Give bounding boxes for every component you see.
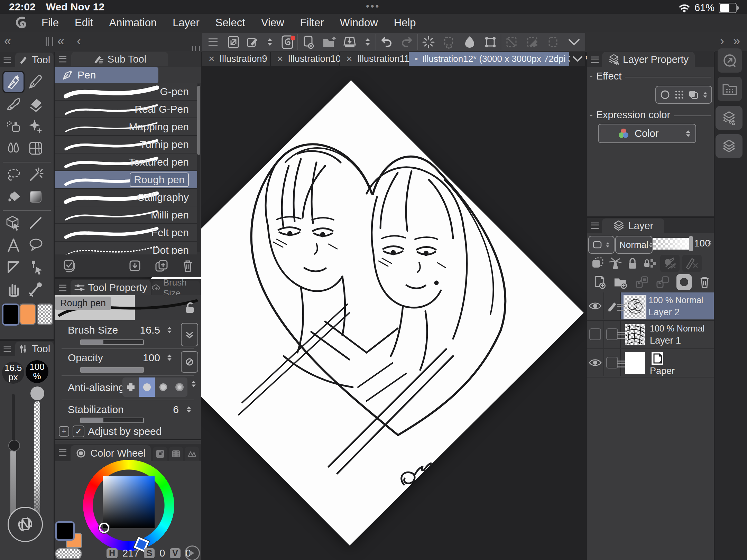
subtool-item-dot-pen[interactable]: Dot pen <box>55 242 197 254</box>
transparent-color-swatch[interactable] <box>37 304 53 325</box>
subtool-item-felt-pen[interactable]: Felt pen <box>55 224 197 242</box>
redo-button[interactable] <box>397 35 417 49</box>
tool-pen[interactable] <box>3 72 24 92</box>
new-folder-icon[interactable] <box>613 275 628 289</box>
tool-gradient[interactable] <box>26 187 46 207</box>
opacity-slider[interactable] <box>80 367 144 373</box>
color-panel-menu[interactable] <box>58 449 67 456</box>
sv-square[interactable] <box>103 476 155 528</box>
tool-object-3d[interactable] <box>3 213 24 233</box>
toolbar-spin-2[interactable] <box>360 38 375 46</box>
menu-layer[interactable]: Layer <box>173 17 200 29</box>
aa-weak-option-selected[interactable] <box>139 377 155 397</box>
stabilization-spinner[interactable] <box>187 407 191 413</box>
duplicate-subtool-icon[interactable] <box>155 259 168 272</box>
layer2-name[interactable]: Layer 2 <box>648 307 680 318</box>
layer-color-effect-icon[interactable] <box>688 90 699 100</box>
clip-studio-logo[interactable] <box>14 15 29 30</box>
tool-airbrush[interactable] <box>3 116 24 136</box>
unlock-icon[interactable] <box>184 301 196 314</box>
tool-selection-lasso[interactable] <box>3 165 24 185</box>
new-layer-icon[interactable] <box>593 275 606 289</box>
tone-effect-icon[interactable] <box>674 90 684 100</box>
expression-color-dropdown[interactable]: Color <box>598 124 696 143</box>
tool-liquify[interactable] <box>26 138 46 158</box>
clip-studio-share-button[interactable] <box>278 35 298 49</box>
tab-list-chevron[interactable] <box>570 52 585 66</box>
menu-help[interactable]: Help <box>394 17 416 29</box>
color-panel-transparent-swatch[interactable] <box>55 548 82 559</box>
expression-color-spinner[interactable] <box>686 130 691 137</box>
subtool-item-turnip-pen[interactable]: Turnip pen <box>55 136 197 153</box>
collapse-tool-panel-button[interactable]: « <box>4 34 11 48</box>
layer1-drag-handle[interactable] <box>617 332 625 339</box>
toolbar-spin-1[interactable] <box>262 38 277 46</box>
pen-pressure-button[interactable] <box>243 36 262 49</box>
multi-select-icon[interactable] <box>62 259 76 273</box>
add-dynamics-button[interactable]: + <box>59 426 69 437</box>
ruler-button-disabled[interactable] <box>682 255 702 272</box>
eye-visible-icon[interactable] <box>589 358 602 367</box>
tool-property-tab[interactable]: Tool Property <box>71 280 151 295</box>
sv-cursor[interactable] <box>99 523 109 533</box>
aa-strong-option[interactable] <box>171 377 187 397</box>
layer1-name[interactable]: Layer 1 <box>650 335 681 346</box>
menu-edit[interactable]: Edit <box>75 17 93 29</box>
tool-decoration[interactable] <box>26 116 46 136</box>
subtool-item-textured-pen[interactable]: Textured pen <box>55 153 197 171</box>
deselect-button[interactable] <box>439 35 459 49</box>
anti-aliasing-spinner[interactable] <box>192 381 196 387</box>
selection-launcher-1[interactable] <box>501 35 522 49</box>
effect-spinner[interactable] <box>703 92 707 98</box>
expand-right-all-button[interactable]: » <box>733 34 740 48</box>
selection-launcher-3[interactable] <box>543 35 563 49</box>
lock-layer-icon[interactable] <box>626 256 639 270</box>
subtool-item-mapping-pen[interactable]: Mapping pen <box>55 118 197 136</box>
thumbnail-size-spinner[interactable] <box>606 242 609 248</box>
toolbar-menu-button[interactable] <box>202 38 224 46</box>
delete-subtool-icon[interactable] <box>182 259 194 273</box>
paper-drag-handle[interactable] <box>617 361 625 367</box>
open-file-button[interactable] <box>319 36 340 49</box>
tool-text[interactable] <box>3 235 24 255</box>
subtool-item-real-g-pen[interactable]: Real G-Pen <box>55 101 197 118</box>
brush-preview[interactable]: Rough pen <box>55 295 201 320</box>
fit-screen-button[interactable] <box>224 36 243 49</box>
save-button[interactable] <box>340 35 360 49</box>
brush-size-spinner[interactable] <box>167 327 172 333</box>
draft-layer-button-disabled[interactable] <box>660 255 680 272</box>
paper-thumbnail[interactable] <box>625 352 645 374</box>
tool-eraser[interactable] <box>26 94 46 114</box>
opacity-spinner[interactable] <box>167 355 172 361</box>
layer-panel-menu[interactable] <box>590 222 599 230</box>
tool-property-menu[interactable] <box>58 284 67 292</box>
color-mode-toggle[interactable] <box>185 545 200 560</box>
layer2-visibility-cell[interactable] <box>587 292 604 319</box>
layer1-thumbnail[interactable] <box>625 324 645 345</box>
menu-view[interactable]: View <box>261 17 284 29</box>
sub-color-swatch[interactable] <box>19 304 36 325</box>
layer-panel-button[interactable] <box>716 134 743 158</box>
aa-medium-option[interactable] <box>155 377 171 397</box>
tab-illustration9[interactable]: × Illustration9 <box>202 52 270 66</box>
clear-button[interactable] <box>418 35 439 49</box>
tool-balloon[interactable] <box>26 235 46 255</box>
size-panel-tab[interactable]: Tool <box>15 342 54 356</box>
enable-keyframes-icon[interactable] <box>608 256 623 270</box>
tool-auto-select-wand[interactable] <box>26 165 46 185</box>
import-subtool-icon[interactable] <box>128 259 141 272</box>
selection-launcher-2[interactable] <box>522 35 543 49</box>
new-canvas-button[interactable] <box>298 35 319 49</box>
layer-row-layer2[interactable]: 100 % Normal Layer 2 <box>587 292 714 321</box>
layer-property-menu[interactable] <box>590 56 599 64</box>
aa-none-option[interactable] <box>122 377 139 397</box>
subtool-item-milli-pen[interactable]: Milli pen <box>55 206 197 224</box>
tool-panel-tab[interactable]: Tool <box>15 53 54 67</box>
close-tab-icon[interactable]: × <box>277 53 283 65</box>
blend-mode-dropdown[interactable]: Normal <box>615 236 653 254</box>
tool-brush[interactable] <box>3 94 24 114</box>
close-tab-icon[interactable]: × <box>209 53 215 65</box>
color-panel-main-swatch[interactable] <box>55 521 75 541</box>
gradient-tab[interactable] <box>185 447 199 461</box>
opacity-slider-thumb[interactable] <box>30 386 44 400</box>
